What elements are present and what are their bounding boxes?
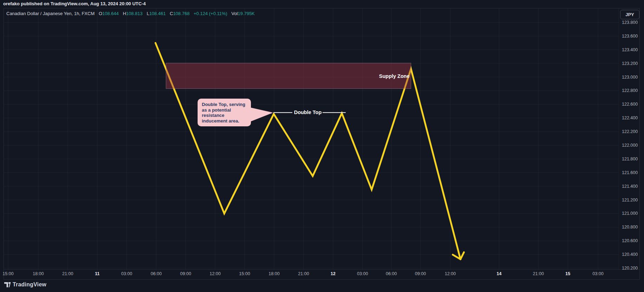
price-axis-label: 120.800 <box>622 225 638 230</box>
arrow-head <box>460 252 464 259</box>
time-axis-label: 09:00 <box>180 271 191 276</box>
time-axis-label: 03:00 <box>357 271 368 276</box>
time-axis-label: 18:00 <box>33 271 44 276</box>
chart-canvas[interactable] <box>0 0 644 292</box>
time-axis-label: 09:00 <box>415 271 426 276</box>
time-axis-label: 06:00 <box>386 271 397 276</box>
ohlc-low: L108.461 <box>147 11 166 16</box>
time-axis-label: 14 <box>497 271 502 276</box>
supply-zone-rect[interactable] <box>166 63 411 89</box>
price-axis-label: 123.800 <box>622 20 638 25</box>
change-value: +0.124 (+0.11%) <box>194 11 227 16</box>
symbol-title: Canadian Dollar / Japanese Yen, 1h, FXCM <box>6 11 95 16</box>
time-axis-label: 06:00 <box>151 271 161 276</box>
price-axis-label: 123.600 <box>622 34 638 39</box>
time-axis-label: 15:00 <box>239 271 250 276</box>
tradingview-snapshot: orefako published on TradingView.com, Au… <box>0 0 644 292</box>
price-axis-label: 121.000 <box>622 211 638 216</box>
price-axis-label: 121.800 <box>622 157 638 161</box>
time-axis-label: 12:00 <box>445 271 456 276</box>
ohlc-high: H108.813 <box>123 11 142 16</box>
price-axis-label: 122.400 <box>622 115 638 120</box>
callout-tail <box>250 107 273 122</box>
ohlc-open: O108.644 <box>99 11 119 16</box>
supply-zone-label: Supply Zone <box>379 73 410 79</box>
price-axis-label: 120.400 <box>622 252 638 257</box>
time-axis-label: 21:00 <box>533 271 544 276</box>
time-axis-label: 21:00 <box>298 271 309 276</box>
price-axis-label: 120.600 <box>622 238 638 243</box>
footer-brand-text: TradingView <box>13 281 46 288</box>
callout-text: Double Top, serving as a potential resis… <box>202 102 247 124</box>
price-axis-label: 121.600 <box>622 170 638 175</box>
price-axis-label: 123.400 <box>622 47 638 52</box>
time-axis-label: 12:00 <box>210 271 220 276</box>
time-axis-label: 03:00 <box>121 271 132 276</box>
price-axis-label: 123.200 <box>622 61 638 66</box>
time-axis-label: 11 <box>95 271 99 276</box>
currency-axis-button[interactable]: JPY <box>620 10 639 19</box>
footer-brand-link[interactable]: TradingView <box>4 281 46 288</box>
price-axis-label: 121.400 <box>622 184 638 189</box>
price-axis-label: 122.600 <box>622 102 638 107</box>
time-axis-label: 12 <box>331 271 336 276</box>
price-axis-label: 122.000 <box>622 143 638 148</box>
double-top-label: Double Top <box>294 109 322 115</box>
double-top-callout[interactable]: Double Top, serving as a potential resis… <box>198 99 251 126</box>
symbol-legend[interactable]: Canadian Dollar / Japanese Yen, 1h, FXCM… <box>6 11 255 16</box>
price-axis-label: 120.200 <box>622 266 638 271</box>
price-axis-label: 122.200 <box>622 129 638 134</box>
price-axis-label: 123.000 <box>622 75 638 80</box>
tradingview-logo-icon <box>4 282 11 288</box>
price-axis-label: 122.800 <box>622 88 638 93</box>
price-axis-label: 121.200 <box>622 198 638 203</box>
volume: Vol19.795K <box>231 11 255 16</box>
time-axis-label: 15:00 <box>2 271 13 276</box>
time-axis-label: 03:00 <box>592 271 603 276</box>
time-axis-label: 18:00 <box>268 271 279 276</box>
time-axis-label: 21:00 <box>62 271 73 276</box>
ohlc-close: C108.768 <box>170 11 190 16</box>
time-axis-label: 15 <box>565 271 570 276</box>
